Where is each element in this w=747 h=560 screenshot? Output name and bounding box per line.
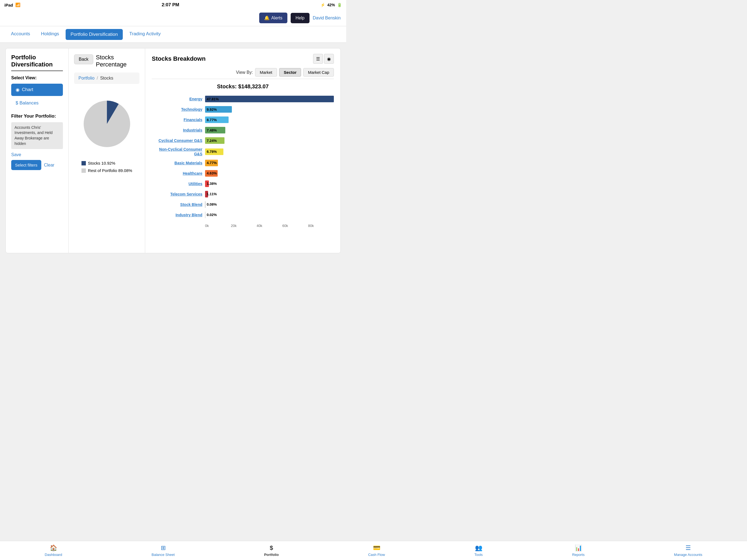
bar-pct-label: 47.81% (207, 97, 219, 101)
bar-fill: 1.38% (205, 180, 209, 187)
bar-pct-label: 1.11% (207, 192, 217, 196)
stocks-legend-label: Stocks 10.92% (88, 159, 115, 167)
bell-icon: 🔔 (264, 15, 269, 21)
bar-row: Basic Materials4.77% (152, 159, 334, 167)
header: 🔔 Alerts Help David Benskin (0, 10, 346, 26)
bar-label[interactable]: Industry Blend (152, 213, 205, 217)
breadcrumb-portfolio[interactable]: Portfolio (78, 76, 95, 81)
x-tick: 40k (256, 224, 282, 228)
bar-label[interactable]: Utilities (152, 182, 205, 186)
battery-label: 42% (327, 3, 335, 7)
bar-row: Industrials7.48% (152, 126, 334, 134)
pie-chart (77, 94, 137, 154)
balances-view-button[interactable]: $ Balances (11, 98, 43, 108)
bar-pct-label: 7.24% (207, 138, 217, 143)
view-by-row: View By: Market Sector Market Cap (152, 68, 334, 77)
status-right: ⚡ 42% 🔋 (320, 3, 342, 7)
stocks-swatch (81, 161, 86, 166)
rest-swatch (81, 169, 86, 173)
bar-pct-label: 0.02% (207, 213, 217, 217)
filter-box: Accounts Chris' Investments, and Held Aw… (11, 122, 63, 149)
stocks-total: Stocks: $148,323.07 (152, 83, 334, 90)
bar-fill: 9.92% (205, 106, 232, 113)
device-label: iPad (4, 3, 13, 7)
bar-area: 7.48% (205, 127, 334, 133)
bar-pct-label: 4.63% (207, 171, 217, 175)
rest-legend-label: Rest of Portfolio 89.08% (88, 167, 132, 174)
help-button[interactable]: Help (291, 13, 310, 23)
bar-area: 1.11% (205, 191, 334, 198)
bar-pct-label: 8.77% (207, 118, 217, 122)
bar-label[interactable]: Technology (152, 107, 205, 111)
bar-label[interactable]: Cyclical Consumer G&S (152, 138, 205, 143)
view-marketcap-button[interactable]: Market Cap (303, 68, 334, 77)
sidebar: Portfolio Diversification Select View: ◉… (6, 48, 69, 253)
view-by-label: View By: (236, 70, 253, 75)
bar-row: Industry Blend0.02% (152, 211, 334, 219)
help-label: Help (295, 16, 305, 20)
bar-pct-label: 1.38% (207, 182, 217, 186)
clear-button[interactable]: Clear (44, 160, 54, 170)
bar-pct-label: 7.48% (207, 128, 217, 132)
pie-view-button[interactable]: ◉ (324, 54, 334, 64)
chart-view-button[interactable]: ◉ Chart (11, 84, 63, 96)
alerts-button[interactable]: 🔔 Alerts (259, 12, 287, 23)
pie-legend: Stocks 10.92% Rest of Portfolio 89.08% (81, 159, 132, 174)
chart-btn-label: Chart (22, 87, 33, 93)
bar-area: 47.81% (205, 96, 334, 102)
breadcrumb-stocks: Stocks (100, 76, 113, 81)
save-link[interactable]: Save (11, 152, 63, 157)
bar-row: Cyclical Consumer G&S7.24% (152, 137, 334, 144)
bar-label[interactable]: Healthcare (152, 171, 205, 176)
bar-row: Energy47.81% (152, 95, 334, 103)
bar-label[interactable]: Basic Materials (152, 161, 205, 165)
tab-accounts[interactable]: Accounts (5, 26, 35, 42)
list-view-button[interactable]: ☰ (313, 54, 323, 64)
tab-trading-activity[interactable]: Trading Activity (124, 26, 166, 42)
bar-label[interactable]: Industrials (152, 128, 205, 132)
bar-area: 4.63% (205, 170, 334, 177)
wifi-icon: 📶 (15, 2, 21, 7)
battery-icon: 🔋 (337, 3, 342, 7)
bar-area: 1.38% (205, 180, 334, 187)
stocks-percentage-title: Stocks Percentage (96, 54, 139, 68)
bar-fill: 47.81% (205, 96, 334, 102)
x-axis: 0k20k40k60k80k (205, 222, 334, 228)
bar-area: 9.92% (205, 106, 334, 113)
bar-label[interactable]: Stock Blend (152, 202, 205, 207)
bar-label[interactable]: Non-Cyclical Consumer G&S (152, 147, 205, 156)
bar-row: Financials8.77% (152, 116, 334, 124)
pie-chart-container: Stocks 10.92% Rest of Portfolio 89.08% (74, 88, 139, 180)
back-button[interactable]: Back (74, 54, 93, 64)
alerts-label: Alerts (271, 16, 282, 21)
breadcrumb: Portfolio / Stocks (74, 73, 139, 84)
main-content: Portfolio Diversification Select View: ◉… (0, 43, 346, 259)
tab-holdings[interactable]: Holdings (35, 26, 65, 42)
view-icons: ☰ ◉ (313, 54, 334, 64)
user-link[interactable]: David Benskin (313, 16, 341, 21)
bar-area: 4.77% (205, 160, 334, 166)
legend-stocks: Stocks 10.92% (81, 159, 132, 167)
view-sector-button[interactable]: Sector (279, 68, 301, 77)
bluetooth-icon: ⚡ (320, 3, 325, 7)
bar-label[interactable]: Telecom Services (152, 192, 205, 196)
view-market-button[interactable]: Market (255, 68, 277, 77)
bar-label[interactable]: Financials (152, 118, 205, 122)
nav-tabs: Accounts Holdings Portfolio Diversificat… (0, 26, 346, 43)
right-panel: Stocks Breakdown ☰ ◉ View By: Market Sec… (145, 48, 340, 253)
list-icon: ☰ (316, 56, 320, 61)
bar-area: 0.02% (205, 212, 334, 218)
legend-rest: Rest of Portfolio 89.08% (81, 167, 132, 174)
bar-pct-label: 4.77% (207, 161, 217, 165)
bar-area: 0.08% (205, 201, 334, 208)
middle-panel: Back Stocks Percentage Portfolio / Stock… (69, 48, 145, 253)
breakdown-title: Stocks Breakdown (152, 55, 206, 62)
pie-icon: ◉ (327, 56, 331, 61)
bar-fill: 1.11% (205, 191, 208, 198)
bar-label[interactable]: Energy (152, 97, 205, 101)
bar-pct-label: 6.78% (207, 150, 217, 154)
breadcrumb-separator: / (97, 76, 98, 81)
x-tick: 80k (308, 224, 334, 228)
select-filters-button[interactable]: Select filters (11, 160, 41, 170)
tab-portfolio-diversification[interactable]: Portfolio Diversification (66, 29, 123, 40)
